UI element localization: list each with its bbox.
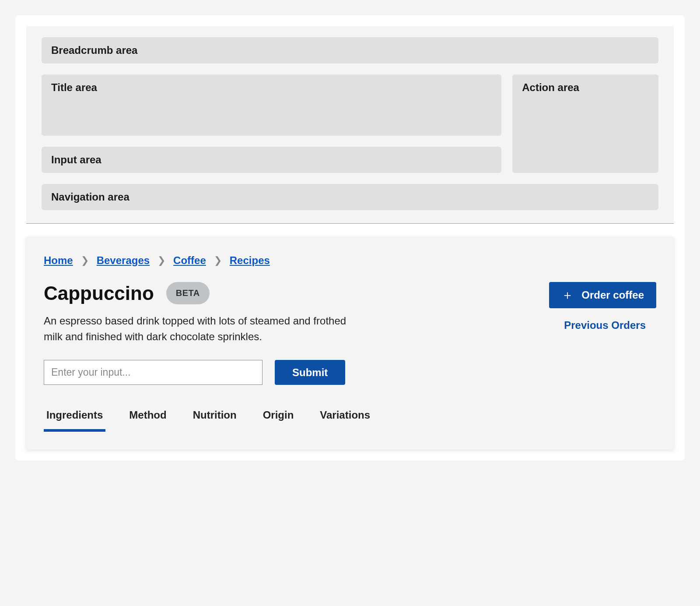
previous-orders-link[interactable]: Previous Orders — [564, 319, 646, 331]
main-input[interactable] — [44, 360, 262, 385]
example-panel: Home ❯ Beverages ❯ Coffee ❯ Recipes Capp… — [26, 237, 674, 450]
status-badge: BETA — [166, 282, 210, 304]
submit-button[interactable]: Submit — [275, 360, 345, 385]
breadcrumb-link-beverages[interactable]: Beverages — [97, 254, 150, 267]
breadcrumb: Home ❯ Beverages ❯ Coffee ❯ Recipes — [44, 254, 656, 267]
tab-variations[interactable]: Variations — [317, 409, 373, 432]
breadcrumb-link-coffee[interactable]: Coffee — [173, 254, 206, 267]
chevron-right-icon: ❯ — [214, 255, 222, 266]
schematic-navigation-area: Navigation area — [42, 184, 658, 210]
plus-icon: ＋ — [561, 289, 574, 301]
page-container: Breadcrumb area Title area Action area I… — [15, 15, 685, 461]
title-area: Cappuccino BETA An espresso based drink … — [44, 282, 363, 345]
breadcrumb-link-recipes[interactable]: Recipes — [230, 254, 270, 267]
page-title: Cappuccino — [44, 282, 154, 304]
order-coffee-label: Order coffee — [581, 289, 644, 301]
input-area: Submit — [44, 360, 656, 385]
tab-ingredients[interactable]: Ingredients — [44, 409, 105, 432]
schematic-input-area: Input area — [42, 147, 501, 173]
tab-origin[interactable]: Origin — [260, 409, 297, 432]
tab-method[interactable]: Method — [126, 409, 169, 432]
tab-nutrition[interactable]: Nutrition — [190, 409, 239, 432]
schematic-title-area: Title area — [42, 74, 501, 136]
action-area: ＋ Order coffee Previous Orders — [549, 282, 656, 331]
chevron-right-icon: ❯ — [158, 255, 165, 266]
chevron-right-icon: ❯ — [81, 255, 89, 266]
schematic-action-area: Action area — [512, 74, 658, 173]
page-description: An espresso based drink topped with lots… — [44, 313, 363, 345]
breadcrumb-link-home[interactable]: Home — [44, 254, 73, 267]
schematic-diagram: Breadcrumb area Title area Action area I… — [26, 26, 674, 224]
header-row: Cappuccino BETA An espresso based drink … — [44, 282, 656, 345]
navigation-tabs: Ingredients Method Nutrition Origin Vari… — [44, 409, 656, 432]
schematic-breadcrumb-area: Breadcrumb area — [42, 37, 658, 63]
order-coffee-button[interactable]: ＋ Order coffee — [549, 282, 656, 308]
